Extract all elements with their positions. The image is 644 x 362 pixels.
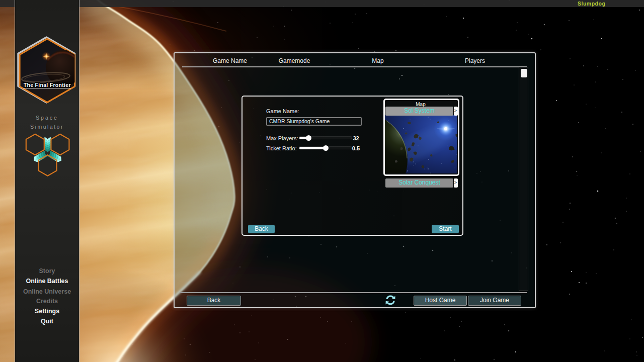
svg-text:The Final Frontier: The Final Frontier (24, 82, 71, 88)
